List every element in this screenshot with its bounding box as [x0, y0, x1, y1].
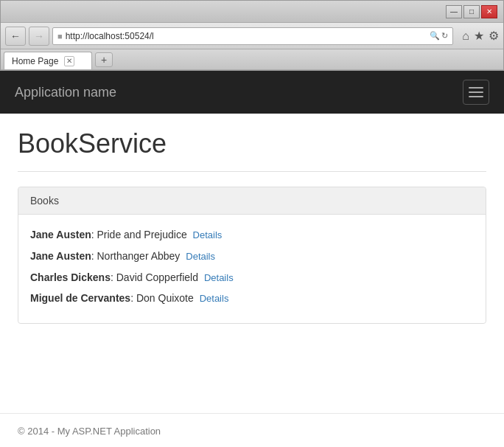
hamburger-line-3	[469, 96, 483, 97]
active-tab[interactable]: Home Page ✕	[4, 52, 92, 69]
favorites-icon[interactable]: ★	[474, 29, 484, 43]
books-panel: Books Jane Austen: Pride and Prejudice D…	[18, 187, 486, 324]
close-button[interactable]: ✕	[481, 5, 497, 18]
book-entry: Miguel de Cervantes: Don Quixote Details	[30, 290, 474, 307]
forward-button[interactable]: →	[29, 27, 49, 46]
nav-bar: ← → ■ http://localhost:50524/l 🔍 ↻ ⌂ ★ ⚙	[1, 23, 503, 49]
address-bar[interactable]: ■ http://localhost:50524/l 🔍 ↻	[52, 27, 453, 45]
toolbar-icons: ⌂ ★ ⚙	[462, 29, 499, 43]
book-author: Miguel de Cervantes	[30, 292, 130, 304]
new-tab-button[interactable]: +	[95, 52, 113, 67]
page-title: BookService	[18, 128, 486, 159]
book-entry: Charles Dickens: David Copperfield Detai…	[30, 269, 474, 286]
book-entry: Jane Austen: Pride and Prejudice Details	[30, 226, 474, 243]
page-content: BookService Books Jane Austen: Pride and…	[0, 114, 504, 413]
hamburger-button[interactable]	[463, 80, 489, 105]
window-controls: — □ ✕	[446, 5, 497, 18]
title-bar: — □ ✕	[1, 1, 503, 23]
details-link[interactable]: Details	[204, 272, 234, 283]
address-text: http://localhost:50524/l	[66, 31, 427, 41]
book-author: Jane Austen	[30, 250, 91, 262]
details-link[interactable]: Details	[200, 293, 229, 304]
refresh-icon: ↻	[441, 31, 448, 41]
hamburger-line-1	[469, 87, 483, 89]
book-author: Jane Austen	[30, 229, 91, 240]
home-icon[interactable]: ⌂	[462, 30, 469, 43]
minimize-button[interactable]: —	[446, 5, 462, 18]
app-navbar: Application name	[0, 71, 504, 114]
search-icon: 🔍	[430, 31, 440, 41]
tab-bar: Home Page ✕ +	[1, 49, 503, 70]
address-controls: 🔍 ↻	[430, 31, 448, 41]
footer: © 2014 - My ASP.NET Application	[0, 413, 504, 447]
back-button[interactable]: ←	[5, 27, 26, 46]
details-link[interactable]: Details	[193, 229, 223, 240]
divider	[18, 171, 486, 172]
maximize-button[interactable]: □	[463, 5, 480, 18]
footer-text: © 2014 - My ASP.NET Application	[18, 426, 161, 437]
hamburger-line-2	[469, 91, 483, 93]
navbar-brand[interactable]: Application name	[15, 85, 116, 100]
panel-heading: Books	[18, 187, 486, 215]
book-author: Charles Dickens	[30, 271, 111, 283]
tab-label: Home Page	[12, 56, 58, 66]
settings-icon[interactable]: ⚙	[489, 29, 499, 43]
book-entry: Jane Austen: Northanger Abbey Details	[30, 248, 474, 265]
tab-close-button[interactable]: ✕	[64, 56, 74, 66]
app-container: Application name BookService Books Jane …	[0, 71, 504, 447]
window-chrome: — □ ✕ ← → ■ http://localhost:50524/l 🔍 ↻…	[0, 0, 504, 71]
details-link[interactable]: Details	[186, 251, 215, 262]
address-icon: ■	[57, 32, 63, 41]
panel-body: Jane Austen: Pride and Prejudice Details…	[18, 215, 486, 323]
